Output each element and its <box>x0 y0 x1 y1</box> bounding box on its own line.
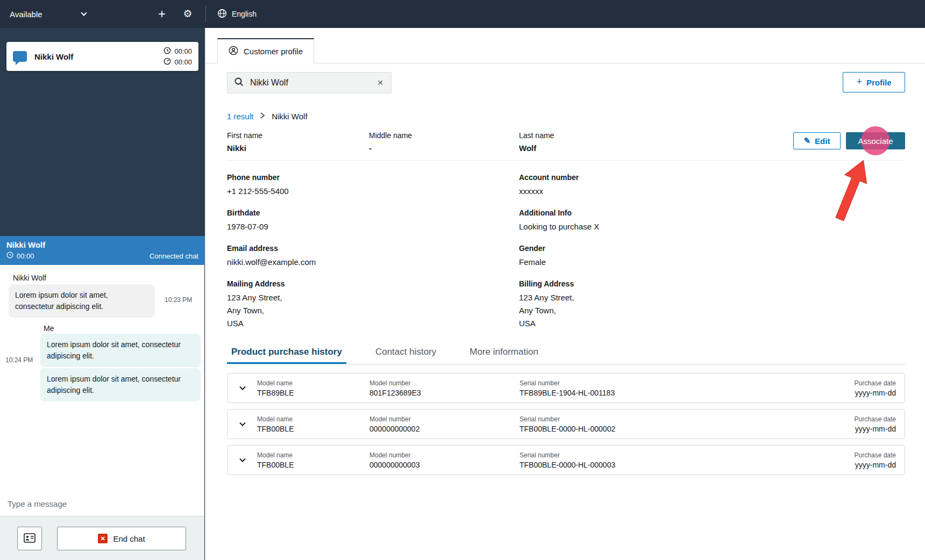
customer-profile-panel: Customer profile ✕ + Profile 1 result Ni… <box>205 28 925 560</box>
field-value: Looking to purchase X <box>519 220 777 233</box>
chat-toolbar: ✕ End chat <box>0 516 204 560</box>
new-task-button[interactable]: + <box>153 5 170 23</box>
details-left-column: Phone number +1 212-555-5400 Birthdate 1… <box>227 173 485 341</box>
purchase-row[interactable]: Model name TFB00BLE Model number 0000000… <box>227 409 905 439</box>
breadcrumb-results-link[interactable]: 1 result <box>227 112 253 121</box>
pencil-icon: ✎ <box>804 136 811 146</box>
cell-value: 801F123689E3 <box>369 389 421 397</box>
field-value: xxxxxx <box>519 185 777 198</box>
field-birthdate: Birthdate 1978-07-09 <box>227 209 485 233</box>
middle-name-value: - <box>369 143 412 153</box>
end-chat-icon: ✕ <box>98 534 108 543</box>
field-label: Birthdate <box>227 209 485 217</box>
tab-more-information[interactable]: More information <box>465 342 543 364</box>
agent-status-label: Available <box>10 10 42 19</box>
agent-status-dropdown[interactable]: Available <box>10 0 86 28</box>
duration-timer: 00:00 <box>163 58 192 67</box>
chevron-down-icon <box>81 10 87 16</box>
search-icon <box>234 77 244 89</box>
cell-value: yyyy-mm-dd <box>855 425 896 433</box>
chevron-down-icon[interactable] <box>237 419 248 429</box>
field-middle-name: Middle name - <box>369 131 412 153</box>
field-label: Email address <box>227 244 485 253</box>
field-label: Account number <box>519 173 777 182</box>
chevron-right-icon <box>260 112 265 121</box>
column-label: Serial number <box>520 379 615 387</box>
chat-session-header: Nikki Wolf 00:00 Connected chat <box>0 236 205 265</box>
chat-session-timer-value: 00:00 <box>17 252 34 260</box>
purchase-model-number: Model number 000000000003 <box>369 451 419 469</box>
profile-search-box: ✕ <box>227 72 392 94</box>
create-profile-label: Profile <box>866 78 892 87</box>
field-label: Phone number <box>227 173 485 182</box>
field-email-address: Email address nikki.wolf@example.com <box>227 244 485 269</box>
plus-icon: + <box>158 6 166 21</box>
active-contact-card[interactable]: Nikki Wolf 00:00 00:00 <box>6 42 198 71</box>
settings-button[interactable]: ⚙ <box>179 5 196 23</box>
chevron-down-icon[interactable] <box>237 455 248 465</box>
field-value: +1 212-555-5400 <box>227 185 485 198</box>
quick-connects-button[interactable] <box>17 527 42 550</box>
last-name-value: Wolf <box>519 143 554 153</box>
clear-search-button[interactable]: ✕ <box>376 78 385 87</box>
breadcrumb-current: Nikki Wolf <box>272 112 307 121</box>
field-value: 123 Any Street, Any Town, USA <box>519 291 777 330</box>
field-account-number: Account number xxxxxx <box>519 173 777 198</box>
column-label: Model number <box>369 379 421 387</box>
column-label: Purchase date <box>855 379 896 387</box>
contact-timers: 00:00 00:00 <box>163 47 192 67</box>
topbar: Available + ⚙ English <box>0 0 925 28</box>
field-label: Gender <box>519 244 777 253</box>
chat-timer: 00:00 <box>163 47 192 56</box>
field-gender: Gender Female <box>519 244 777 269</box>
person-icon <box>229 46 238 57</box>
timer-clock-icon <box>163 47 171 56</box>
field-additional-info: Additional Info Looking to purchase X <box>519 209 777 233</box>
profile-search-input[interactable] <box>249 77 371 88</box>
associate-button[interactable]: Associate <box>846 132 905 149</box>
cell-value: TFB00BLE <box>257 425 294 433</box>
purchase-serial-number: Serial number TFB00BLE-0000-HL-000002 <box>520 415 615 433</box>
chevron-down-icon[interactable] <box>237 383 248 393</box>
edit-profile-button[interactable]: ✎ Edit <box>793 132 841 149</box>
purchase-model-name: Model name TFB89BLE <box>257 379 294 397</box>
field-first-name: First name Nikki <box>227 131 262 153</box>
column-label: Serial number <box>520 451 615 459</box>
cell-value: 000000000002 <box>369 425 419 433</box>
cell-value: TFB00BLE-0000-HL-000002 <box>520 425 615 433</box>
first-name-value: Nikki <box>227 143 262 153</box>
column-label: Model number <box>369 415 419 423</box>
gear-icon: ⚙ <box>183 8 192 19</box>
purchase-date: Purchase date yyyy-mm-dd <box>855 451 896 469</box>
purchase-model-name: Model name TFB00BLE <box>257 451 294 469</box>
contact-card-icon <box>24 533 35 544</box>
field-last-name: Last name Wolf <box>519 131 554 153</box>
message-input[interactable] <box>0 491 204 516</box>
breadcrumb: 1 result Nikki Wolf <box>227 112 308 121</box>
tab-customer-profile-label: Customer profile <box>244 47 303 56</box>
cell-value: TFB00BLE <box>257 461 294 469</box>
end-chat-button[interactable]: ✕ End chat <box>57 527 186 550</box>
purchase-row[interactable]: Model name TFB89BLE Model number 801F123… <box>227 373 905 403</box>
topbar-divider <box>205 5 206 23</box>
contact-name: Nikki Wolf <box>34 52 156 61</box>
field-billing-address: Billing Address 123 Any Street, Any Town… <box>519 279 777 330</box>
globe-icon <box>217 9 227 20</box>
column-label: Model name <box>257 451 294 459</box>
create-profile-button[interactable]: + Profile <box>843 72 905 92</box>
language-selector[interactable]: English <box>217 0 257 28</box>
chat-sidebar: Nikki Wolf 00:00 00:00 Nikki Wolf <box>0 28 205 560</box>
purchase-date: Purchase date yyyy-mm-dd <box>855 379 896 397</box>
purchase-row[interactable]: Model name TFB00BLE Model number 0000000… <box>227 445 905 475</box>
cell-value: TFB89BLE-1904-HL-001183 <box>520 389 615 397</box>
tab-product-purchase-history[interactable]: Product purchase history <box>227 342 346 364</box>
end-chat-label: End chat <box>113 534 145 543</box>
tab-contact-history[interactable]: Contact history <box>371 342 440 364</box>
column-label: Model number <box>369 451 419 459</box>
field-value: Female <box>519 256 777 269</box>
cell-value: TFB00BLE-0000-HL-000003 <box>520 461 615 469</box>
tab-customer-profile[interactable]: Customer profile <box>217 38 314 63</box>
app-window: Available + ⚙ English Nikki Wolf 00:00 <box>0 0 925 560</box>
language-label: English <box>232 10 257 18</box>
customer-sender-label: Nikki Wolf <box>13 274 46 282</box>
